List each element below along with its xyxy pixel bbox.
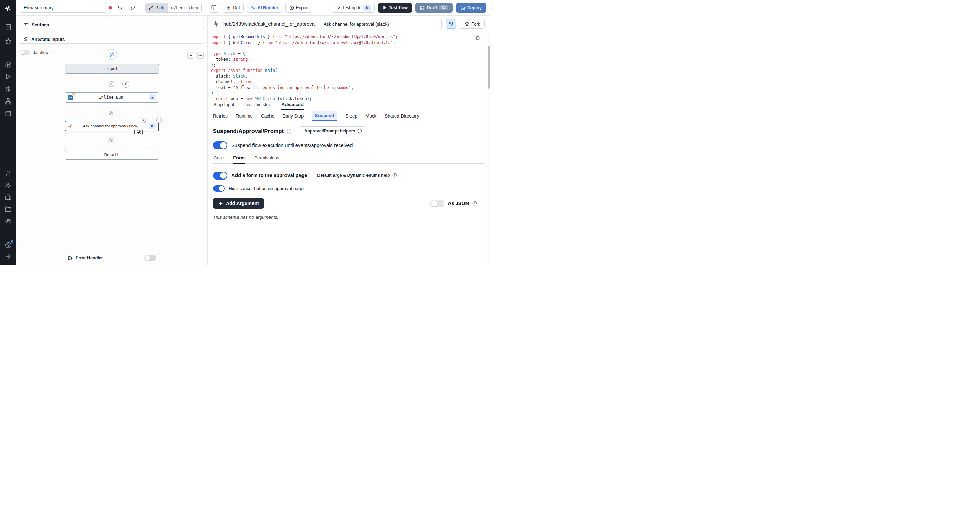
tab-suspend[interactable]: Suspend [312,111,337,121]
suspend-section-title: Suspend/Approval/Prompt [213,128,284,134]
add-form-toggle[interactable] [213,172,227,179]
suspend-execution-toggle[interactable] [213,141,227,149]
insert-step-button[interactable] [109,138,115,144]
node-result[interactable]: Result [65,150,159,160]
dataflow-label: dataflow [33,50,49,55]
diff-label: Diff [233,5,240,10]
pencil-icon [149,5,153,10]
suspend-sub-tabs: Core Form Permissions [213,155,485,164]
dollar-icon [24,37,28,42]
help-circle-icon [392,173,397,178]
ai-builder-button[interactable]: AI Builder [247,3,282,13]
sidebar-item-help[interactable] [3,240,14,250]
dataflow-toggle[interactable] [21,50,30,55]
windmill-logo[interactable] [3,3,14,14]
sidebar-item-folders[interactable] [3,204,14,214]
toolbar-right-actions: Test up to b Test flow Draft ⌘S Deploy [332,3,486,13]
redo-button[interactable] [128,3,137,12]
ai-builder-label: AI Builder [258,5,278,10]
tab-step-input[interactable]: Step Input [213,102,235,110]
main-area: Path u/henri/ben Diff AI Builder Export … [16,0,490,265]
tab-cache[interactable]: Cache [261,112,274,121]
tab-early-stop[interactable]: Early Stop [282,112,304,121]
tab-sleep[interactable]: Sleep [345,112,357,121]
scrollbar-track[interactable] [487,32,490,265]
tab-shared-directory[interactable]: Shared Directory [385,112,419,121]
test-up-to-button[interactable]: Test up to b [332,3,375,13]
calendar-icon [5,110,11,117]
sidebar-item-workers[interactable] [3,192,14,202]
tab-advanced[interactable]: Advanced [281,102,304,110]
approval-prompt-helpers-button[interactable]: Approval/Prompt helpers [300,126,366,136]
tab-permissions[interactable]: Permissions [254,155,280,164]
zoom-out-button[interactable]: − [197,52,204,59]
insert-trigger-button[interactable] [123,81,129,88]
diff-button[interactable]: Diff [223,3,243,13]
scrollbar-thumb[interactable] [488,46,490,89]
node-result-label: Result [105,153,119,157]
info-icon[interactable] [286,129,291,134]
flow-ai-wand-button[interactable] [107,49,117,60]
export-button[interactable]: Export [285,3,313,13]
node-input[interactable]: Input [65,64,159,73]
as-json-toggle[interactable] [430,200,444,208]
node-add-branch-button[interactable] [140,118,146,123]
node-inline-bun-id-badge: a [149,94,156,101]
all-static-inputs-button[interactable]: All Static Inputs [19,35,205,44]
deploy-button[interactable]: Deploy [456,3,486,13]
test-flow-button[interactable]: Test flow [378,3,412,13]
code-lines: import { getResumeUrls } from "https://d… [211,34,476,101]
node-inline-bun[interactable]: TS Inline Bun a [65,92,159,102]
insert-step-button[interactable] [109,81,115,87]
dataflow-toggle-row: dataflow [21,50,49,55]
code-editor[interactable]: import { getResumeUrls } from "https://d… [208,32,490,101]
error-handler-toggle[interactable] [144,255,156,261]
sidebar-expand-button[interactable] [3,251,14,262]
as-json-label: As JSON [448,201,469,206]
sidebar-item-runs[interactable] [3,72,14,82]
approval-phone-button[interactable] [446,19,456,29]
tab-form[interactable]: Form [233,155,245,164]
plus-icon [110,139,113,142]
sidebar-item-audit-logs[interactable] [3,216,14,226]
phone-incoming-icon [137,131,140,134]
tab-mock[interactable]: Mock [366,112,376,121]
undo-button[interactable] [115,3,124,12]
save-icon [420,5,425,10]
tab-test-this-step[interactable]: Test this step [244,102,272,110]
fork-button[interactable]: Fork [460,19,485,29]
step-name-input[interactable] [320,19,442,29]
error-handler-row[interactable]: Error Handler [65,253,159,263]
sidebar-item-favorites[interactable] [3,36,14,46]
sidebar-item-users[interactable] [3,168,14,179]
info-icon[interactable] [472,201,477,206]
flow-summary-input[interactable] [20,3,107,13]
sidebar-item-schedules[interactable] [3,108,14,118]
phone-incoming-icon [449,22,453,26]
sidebar-item-settings[interactable] [3,180,14,190]
default-args-help-button[interactable]: Default args & Dynamic enums help [313,171,401,180]
all-static-inputs-label: All Static Inputs [31,37,65,42]
tab-retries[interactable]: Retries [213,112,228,121]
sidebar-item-apps[interactable] [3,22,14,32]
tab-core[interactable]: Core [213,155,224,164]
sidebar-item-resources[interactable] [3,96,14,106]
windmill-logo-icon [4,5,12,13]
tab-runtime[interactable]: Runtime [236,112,253,121]
sidebar-item-variables[interactable] [3,84,14,94]
node-delete-button[interactable] [156,118,162,123]
path-editor[interactable]: Path u/henri/ben [145,3,202,13]
hide-cancel-toggle[interactable] [213,185,224,192]
insert-step-button[interactable] [109,110,115,115]
suspend-indicator-badge [134,129,143,135]
draft-button[interactable]: Draft ⌘S [415,3,453,13]
docs-button[interactable] [208,3,219,13]
add-argument-button[interactable]: Add Argument [213,198,264,209]
slack-icon [68,124,73,128]
copy-code-button[interactable] [475,35,480,40]
zoom-in-button[interactable]: + [188,52,194,59]
sidebar-item-home[interactable] [3,59,14,69]
gear-icon [5,182,11,188]
save-icon [460,5,465,10]
flow-settings-button[interactable]: Settings [19,20,205,29]
